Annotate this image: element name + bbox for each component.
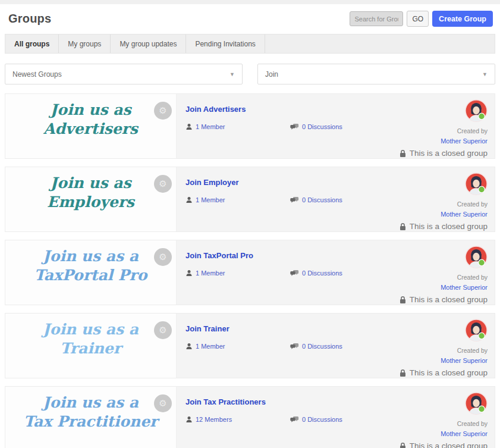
discussions-link[interactable]: 0 Discussions — [290, 196, 342, 203]
cover-title-line1: Join us as — [50, 174, 131, 192]
group-creator-block: Created by Mother Superior This is a clo… — [400, 99, 488, 158]
group-cover-title: Join us as a TaxPortal Pro — [34, 247, 147, 299]
group-cover-title: Join us as a Tax Practitioner — [24, 393, 158, 445]
closed-group-label: This is a closed group — [410, 222, 488, 231]
members-link[interactable]: 1 Member — [185, 123, 290, 130]
header-actions: GO Create Group — [350, 11, 493, 27]
creator-avatar[interactable] — [465, 246, 488, 268]
members-count: 1 Member — [196, 270, 225, 277]
closed-group-label: This is a closed group — [410, 441, 488, 448]
group-name-link[interactable]: Join Advertisers — [185, 105, 246, 114]
member-icon — [185, 416, 193, 423]
group-name-link[interactable]: Join Trainer — [185, 324, 229, 333]
group-card: Join us as a Trainer ⚙ Join Trainer 1 Me… — [5, 313, 495, 378]
created-by-label: Created by — [400, 347, 488, 354]
discussions-link[interactable]: 0 Discussions — [290, 343, 342, 350]
page-header: Groups GO Create Group — [5, 4, 495, 34]
members-link[interactable]: 1 Member — [185, 270, 290, 277]
discussions-count: 0 Discussions — [302, 416, 342, 423]
group-card-body: Join TaxPortal Pro 1 Member 0 Discussion… — [177, 240, 495, 305]
discussions-link[interactable]: 0 Discussions — [290, 123, 342, 130]
filters-row: Newest Groups ▼ Join ▼ — [5, 64, 495, 84]
gear-icon[interactable]: ⚙ — [154, 102, 172, 120]
cover-title-line2: Employers — [47, 193, 134, 211]
cover-title-line1: Join us as a — [43, 394, 139, 411]
group-card-body: Join Tax Practitioners 12 Members 0 Disc… — [177, 387, 495, 448]
closed-group-label: This is a closed group — [410, 149, 488, 158]
discussions-icon — [290, 416, 299, 423]
group-name-link[interactable]: Join Employer — [185, 178, 239, 187]
cover-title-line2: TaxPortal Pro — [34, 267, 147, 284]
member-icon — [185, 196, 193, 203]
lock-icon — [400, 369, 406, 377]
group-creator-block: Created by Mother Superior This is a clo… — [400, 246, 488, 304]
gear-icon[interactable]: ⚙ — [154, 394, 172, 412]
group-cover-image[interactable]: Join us as a Trainer ⚙ — [5, 314, 177, 378]
group-cover-image[interactable]: Join us as a TaxPortal Pro ⚙ — [5, 240, 177, 305]
group-card: Join us as Employers ⚙ Join Employer 1 M… — [5, 167, 495, 232]
action-select[interactable]: Join ▼ — [257, 64, 495, 84]
discussions-count: 0 Discussions — [302, 343, 342, 350]
search-input[interactable] — [350, 11, 403, 26]
gear-icon[interactable]: ⚙ — [154, 321, 172, 339]
creator-avatar[interactable] — [465, 99, 488, 122]
lock-icon — [400, 442, 406, 448]
chevron-down-icon: ▼ — [482, 71, 488, 77]
members-count: 1 Member — [196, 196, 225, 203]
create-group-button[interactable]: Create Group — [432, 11, 493, 27]
groups-page: Groups GO Create Group All groups My gro… — [0, 4, 500, 448]
group-cover-image[interactable]: Join us as Advertisers ⚙ — [5, 94, 177, 158]
group-creator-block: Created by Mother Superior This is a clo… — [400, 173, 488, 231]
group-card: Join us as Advertisers ⚙ Join Advertiser… — [5, 93, 495, 159]
creator-link[interactable]: Mother Superior — [400, 137, 488, 145]
members-link[interactable]: 1 Member — [185, 343, 290, 350]
closed-group-row: This is a closed group — [400, 295, 488, 304]
creator-link[interactable]: Mother Superior — [400, 430, 488, 437]
tab-all-groups[interactable]: All groups — [5, 35, 59, 53]
cover-title-line1: Join us as a — [43, 321, 139, 338]
discussions-link[interactable]: 0 Discussions — [290, 270, 342, 277]
go-button[interactable]: GO — [407, 11, 429, 27]
group-cover-image[interactable]: Join us as Employers ⚙ — [5, 167, 177, 231]
cover-title-line1: Join us as — [50, 101, 131, 118]
members-link[interactable]: 12 Members — [185, 416, 290, 423]
group-creator-block: Created by Mother Superior This is a clo… — [400, 319, 488, 377]
member-icon — [185, 270, 193, 277]
closed-group-row: This is a closed group — [400, 222, 488, 231]
creator-link[interactable]: Mother Superior — [400, 284, 488, 291]
action-value: Join — [265, 70, 278, 79]
chevron-down-icon: ▼ — [229, 71, 235, 77]
creator-avatar[interactable] — [465, 392, 488, 415]
created-by-label: Created by — [400, 274, 488, 281]
created-by-label: Created by — [400, 420, 488, 427]
lock-icon — [400, 149, 406, 158]
members-link[interactable]: 1 Member — [185, 196, 290, 203]
discussions-icon — [290, 270, 299, 277]
group-card-body: Join Advertisers 1 Member 0 Discussions — [177, 94, 495, 158]
group-cover-image[interactable]: Join us as a Tax Practitioner ⚙ — [5, 387, 177, 448]
tab-my-group-updates[interactable]: My group updates — [111, 35, 186, 53]
closed-group-row: This is a closed group — [400, 368, 488, 377]
creator-avatar[interactable] — [465, 173, 488, 195]
group-name-link[interactable]: Join TaxPortal Pro — [185, 251, 253, 260]
tab-pending-invitations[interactable]: Pending Invitations — [186, 35, 265, 53]
gear-icon[interactable]: ⚙ — [154, 175, 172, 193]
discussions-link[interactable]: 0 Discussions — [290, 416, 342, 423]
order-by-select[interactable]: Newest Groups ▼ — [5, 64, 243, 84]
group-creator-block: Created by Mother Superior This is a clo… — [400, 392, 488, 448]
created-by-label: Created by — [400, 200, 488, 208]
closed-group-row: This is a closed group — [400, 149, 488, 158]
discussions-count: 0 Discussions — [302, 196, 342, 203]
gear-icon[interactable]: ⚙ — [154, 248, 172, 266]
creator-link[interactable]: Mother Superior — [400, 211, 488, 218]
cover-title-line2: Trainer — [60, 340, 121, 357]
top-strip — [0, 0, 500, 4]
members-count: 1 Member — [196, 123, 225, 130]
group-cover-title: Join us as a Trainer — [43, 320, 139, 372]
creator-avatar[interactable] — [465, 319, 488, 342]
closed-group-label: This is a closed group — [410, 368, 488, 377]
tab-my-groups[interactable]: My groups — [59, 35, 111, 53]
group-name-link[interactable]: Join Tax Practitioners — [185, 397, 266, 406]
creator-link[interactable]: Mother Superior — [400, 357, 488, 364]
order-by-value: Newest Groups — [12, 70, 62, 79]
